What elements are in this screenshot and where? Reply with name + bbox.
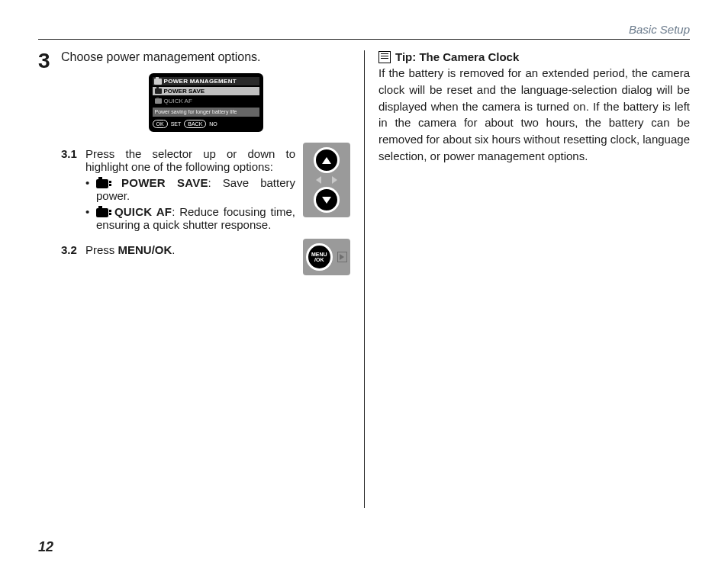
bullet-term: QUICK AF — [114, 205, 172, 218]
bullet-power-save: POWER SAVE: Save battery power. — [85, 176, 295, 202]
tip-title: Tip: The Camera Clock — [395, 50, 519, 63]
lcd-option-power-save: POWER SAVE — [153, 87, 259, 95]
substep-suffix: . — [172, 243, 175, 256]
lcd-option-label: POWER SAVE — [164, 88, 205, 95]
lcd-title-bar: POWER MANAGEMENT — [153, 77, 259, 85]
ok-pill: OK — [153, 120, 168, 128]
header-rule — [38, 39, 690, 40]
lcd-option-label: QUICK AF — [164, 98, 192, 104]
step-3: 3 Choose power management options. POWER… — [38, 50, 350, 275]
substep-text: Press the selector up or down to highlig… — [85, 147, 295, 173]
no-label: NO — [209, 121, 217, 127]
arrow-down-icon — [322, 197, 331, 204]
manual-page: Basic Setup 3 Choose power management op… — [0, 0, 728, 575]
two-column-layout: 3 Choose power management options. POWER… — [38, 50, 690, 508]
step-title: Choose power management options. — [61, 50, 350, 64]
bullet-quick-af: QUICK AF: Reduce focusing time, ensuring… — [85, 205, 295, 231]
step-number: 3 — [38, 50, 55, 275]
playback-button-icon — [337, 252, 347, 262]
substep-number: 3.1 — [61, 147, 81, 234]
arrow-left-icon — [316, 176, 321, 184]
menu-ok-label: MENU /OK — [308, 252, 330, 262]
selector-down-button — [314, 187, 340, 213]
camera-lcd: POWER MANAGEMENT POWER SAVE QUICK AF Pow… — [149, 73, 263, 132]
selector-up-down-graphic — [303, 143, 350, 217]
camera-icon — [155, 98, 162, 104]
arrow-right-icon — [332, 176, 337, 184]
substep-body: Press MENU/OK. — [85, 243, 295, 256]
running-header: Basic Setup — [38, 23, 690, 36]
substep-3-2: 3.2 Press MENU/OK. — [61, 243, 295, 256]
selector-left-right — [316, 176, 337, 184]
camera-icon — [154, 79, 162, 85]
step-body: Choose power management options. POWER M… — [61, 50, 350, 275]
selector-up-button — [314, 147, 340, 173]
substep-3-1-row: 3.1 Press the selector up or down to hig… — [61, 143, 350, 239]
substep-body: Press the selector up or down to highlig… — [85, 147, 295, 234]
camera-lcd-figure: POWER MANAGEMENT POWER SAVE QUICK AF Pow… — [61, 73, 350, 132]
substep-bold: MENU/OK — [118, 243, 172, 256]
camera-icon — [155, 88, 162, 94]
note-icon — [378, 51, 391, 63]
menu-ok-graphic: MENU /OK — [303, 239, 350, 275]
set-label: SET — [171, 121, 182, 127]
page-number: 12 — [38, 539, 53, 555]
bullet-term: POWER SAVE — [121, 176, 208, 189]
substep-3-2-row: 3.2 Press MENU/OK. MENU /OK — [61, 239, 350, 275]
camera-icon — [96, 208, 108, 217]
option-bullets: POWER SAVE: Save battery power. QUICK AF… — [85, 176, 295, 231]
lcd-footer: OK SET BACK NO — [153, 120, 259, 128]
tip-body: If the battery is removed for an extende… — [378, 65, 690, 165]
right-column: Tip: The Camera Clock If the battery is … — [364, 50, 690, 508]
lcd-title-text: POWER MANAGEMENT — [164, 78, 237, 85]
tip-heading: Tip: The Camera Clock — [378, 50, 690, 63]
substep-prefix: Press — [85, 243, 118, 256]
menu-ok-button: MENU /OK — [306, 243, 333, 271]
substep-number: 3.2 — [61, 243, 81, 256]
arrow-up-icon — [322, 157, 331, 164]
substep-3-1: 3.1 Press the selector up or down to hig… — [61, 147, 295, 234]
play-triangle-icon — [340, 254, 344, 260]
lcd-option-quick-af: QUICK AF — [153, 97, 259, 105]
lcd-option-description: Power saving for longer battery life — [153, 108, 259, 117]
back-pill: BACK — [184, 120, 206, 128]
left-column: 3 Choose power management options. POWER… — [38, 50, 364, 508]
camera-icon — [96, 179, 108, 188]
